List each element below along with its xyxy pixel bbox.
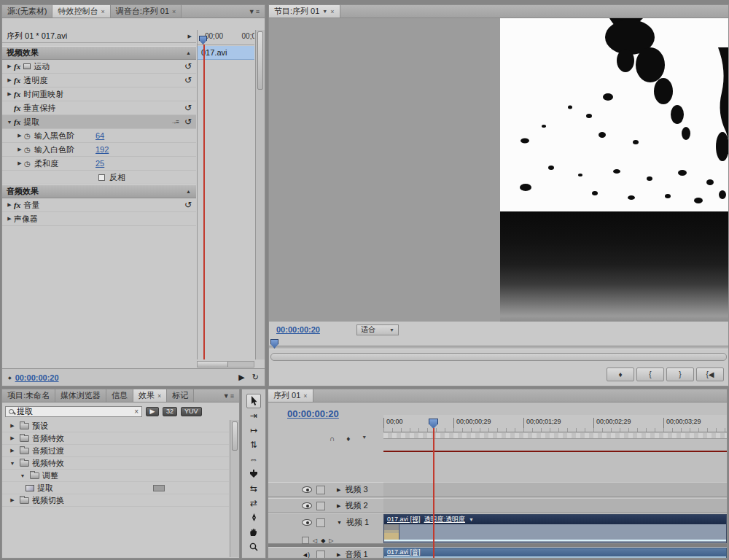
snap-icon[interactable]: ∩ [330, 435, 335, 443]
tree-item-extract[interactable]: 提取 [2, 482, 229, 494]
chevron-down-icon[interactable]: ▼ [469, 517, 474, 522]
video-clip-017avi[interactable]: 017.avi [视] 透明度:透明度 ▼ [383, 514, 727, 543]
track-header-video3[interactable]: ▶ 视频 3 [268, 482, 383, 497]
loop-icon[interactable]: ↻ [252, 373, 259, 382]
collapse-icon[interactable]: ▲ [186, 189, 191, 194]
chevron-down-icon[interactable]: ▼ [362, 435, 367, 443]
clip-name[interactable]: 017.avi [音] [387, 548, 421, 557]
effect-row-vertical-hold[interactable]: fx 垂直保持 ↺ [2, 101, 196, 115]
expand-icon[interactable]: ▶ [8, 448, 17, 454]
audio-clip-017avi[interactable]: 017.avi [音] [383, 548, 727, 559]
track-lock-icon[interactable] [316, 518, 325, 527]
audio-clip-title-bar[interactable]: 017.avi [音] [384, 548, 726, 556]
set-display-style-icon[interactable] [302, 537, 309, 544]
next-keyframe-icon[interactable]: ▷ [329, 537, 333, 544]
expand-track-icon[interactable]: ▶ [337, 503, 340, 509]
selection-tool[interactable] [246, 394, 261, 408]
speaker-icon[interactable]: ◄) [302, 551, 312, 559]
add-keyframe-icon[interactable]: ◆ [321, 537, 325, 544]
collapse-icon[interactable]: ▼ [8, 461, 17, 466]
zoom-scrollbar-thumb[interactable] [271, 354, 726, 360]
zoom-fit-dropdown[interactable]: 适合 ▼ [356, 324, 399, 335]
chevron-down-icon[interactable]: ▼ [322, 9, 327, 14]
expand-icon[interactable]: ▶ [15, 133, 24, 139]
clear-search-icon[interactable]: × [134, 408, 139, 416]
tab-media-browser[interactable]: 媒体浏览器 [55, 389, 106, 402]
reset-icon[interactable]: ↺ [184, 104, 192, 112]
tree-item-audio-transitions[interactable]: ▶ 音频过渡 [2, 445, 229, 457]
toggle-track-output-icon[interactable] [302, 502, 312, 509]
reset-icon[interactable]: ↺ [184, 117, 192, 126]
timeline-timecode[interactable]: 00:00:00:20 [287, 408, 339, 419]
track-lock-icon[interactable] [316, 486, 325, 494]
tab-source[interactable]: 源:(无素材) [2, 5, 52, 18]
program-scrubber[interactable] [269, 339, 728, 351]
razor-tool[interactable] [242, 467, 265, 481]
prev-keyframe-icon[interactable]: ◁ [313, 537, 317, 544]
effect-row-opacity[interactable]: ▶ fx 透明度 ↺ [2, 74, 196, 88]
play-icon[interactable]: ▶ [238, 373, 244, 382]
invert-checkbox[interactable] [98, 174, 105, 181]
tab-effects[interactable]: 效果× [133, 389, 167, 402]
stopwatch-icon[interactable]: ◷ [24, 132, 34, 140]
setup-dialog-icon[interactable]: →≡ [171, 119, 179, 125]
32bit-badge[interactable]: 32 [163, 407, 177, 416]
clip-name[interactable]: 017.avi [视] [387, 515, 421, 524]
tree-item-adjust[interactable]: ▼ 调整 [2, 470, 229, 482]
reset-icon[interactable]: ↺ [184, 76, 192, 85]
tab-info[interactable]: 信息 [106, 389, 133, 402]
current-timecode[interactable]: 00:00:00:20 [15, 373, 59, 382]
track-lock-icon[interactable] [316, 502, 325, 510]
zoom-scrollbar[interactable] [270, 353, 727, 361]
param-value[interactable]: 64 [95, 131, 104, 140]
close-icon[interactable]: × [303, 392, 307, 400]
expand-icon[interactable]: ▶ [5, 91, 14, 97]
expand-icon[interactable]: ▶ [15, 160, 24, 166]
selected-clip-row[interactable]: 017.avi [198, 46, 254, 60]
track-content-video3[interactable] [383, 482, 727, 497]
vertical-scrollbar[interactable] [255, 30, 265, 359]
scrollbar-thumb[interactable] [257, 31, 263, 90]
expand-icon[interactable]: ▶ [8, 423, 17, 429]
rolling-edit-tool[interactable]: ⇅ [242, 438, 265, 452]
clip-effect-selector[interactable]: 透明度:透明度 [424, 515, 466, 524]
track-content-video2[interactable] [383, 498, 727, 513]
collapse-track-icon[interactable]: ▼ [337, 520, 342, 525]
search-input[interactable] [17, 407, 131, 416]
reset-icon[interactable]: ↺ [184, 62, 192, 71]
tree-item-presets[interactable]: ▶ 预设 [2, 420, 229, 432]
video-clip-title-bar[interactable]: 017.avi [视] 透明度:透明度 ▼ [384, 515, 726, 524]
panel-menu-icon[interactable]: ▼≡ [219, 389, 239, 402]
effect-name[interactable]: 音量 [23, 200, 39, 211]
track-select-tool[interactable]: ⇥ [242, 408, 265, 423]
param-value[interactable]: 192 [95, 145, 109, 154]
tree-item-video-transitions[interactable]: ▶ 视频切换 [2, 494, 229, 507]
zoom-tool[interactable] [242, 540, 265, 554]
ripple-edit-tool[interactable]: ↦ [242, 423, 265, 438]
track-header-video2[interactable]: ▶ 视频 2 [268, 498, 383, 513]
yuv-badge[interactable]: YUV [181, 407, 202, 416]
tab-audio-mixer[interactable]: 调音台:序列 01× [111, 5, 182, 18]
track-header-video1[interactable]: ▼ 视频 1 ◁ ◆ ▷ [268, 513, 383, 544]
effect-row-panner[interactable]: ▶ 声像器 [2, 212, 196, 226]
effect-name[interactable]: 透明度 [23, 75, 47, 86]
toggle-track-output-icon[interactable] [302, 486, 312, 493]
mark-out-button[interactable]: } [666, 368, 694, 381]
work-area-bar[interactable] [383, 433, 727, 439]
track-header-audio1[interactable]: ◄) ▶ 音频 1 [268, 547, 383, 559]
mark-in-button[interactable]: { [636, 368, 664, 381]
close-icon[interactable]: × [157, 392, 161, 400]
scrubber-groove[interactable] [269, 346, 728, 349]
expand-icon[interactable]: ▶ [5, 77, 14, 83]
expand-track-icon[interactable]: ▶ [337, 552, 340, 558]
effect-row-volume[interactable]: ▶ fx 音量 ↺ [2, 198, 196, 212]
toggle-track-output-icon[interactable] [302, 519, 312, 526]
panel-menu-icon[interactable]: ▼≡ [244, 5, 265, 18]
expand-icon[interactable]: ▶ [8, 497, 17, 503]
scrollbar-thumb[interactable] [232, 421, 238, 451]
effect-name[interactable]: 垂直保持 [23, 103, 55, 114]
collapse-icon[interactable]: ▲ [186, 50, 191, 55]
effect-name[interactable]: 时间重映射 [23, 89, 63, 100]
effect-name[interactable]: 运动 [34, 61, 50, 72]
slide-tool[interactable]: ⇄ [242, 496, 265, 510]
